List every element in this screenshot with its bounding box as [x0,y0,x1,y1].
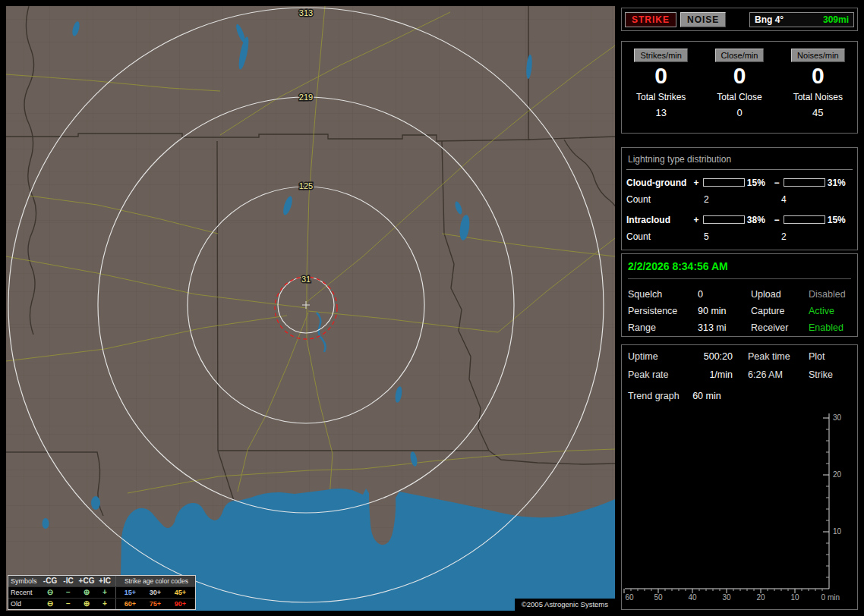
age-code-15: 15+ [118,589,143,596]
legend-col-neg-cg: -CG [41,577,59,585]
range-value: 313 mi [698,322,751,333]
cg-negative-percent: 31% [828,178,853,188]
legend-divider [115,576,116,586]
trend-graph-label: Trend graph [628,391,680,401]
legend-divider [115,587,116,598]
range-label: Range [628,322,698,333]
peak-time-label: Peak time [743,351,809,362]
copyright-notice: ©2005 Astrogenic Systems [515,599,615,611]
system-status-panel: 2/2/2026 8:34:56 AM Squelch 0 Upload Dis… [621,253,858,337]
cg-negative-bar [784,178,825,187]
strike-mode-button[interactable]: STRIKE [625,12,676,27]
legend-old-label: Old [8,600,41,608]
neg-cg-old-icon: ⊖ [41,600,59,608]
range-label-219: 219 [299,93,313,102]
peak-rate-value: 1/min [690,369,743,380]
lightning-distribution-panel: Lightning type distribution Cloud-ground… [621,147,858,250]
close-column: Close/min 0 Total Close 0 [700,48,778,118]
y-tick-30: 30 [833,413,842,422]
persistence-value: 90 min [698,306,751,316]
close-per-min-value: 0 [700,64,778,88]
upload-label: Upload [751,289,809,300]
peak-rate-label: Peak rate [628,369,690,380]
cg-positive-count: 2 [698,194,775,205]
x-major-ticks [624,589,795,593]
age-code-45: 45+ [168,589,193,596]
distance-readout: 309mi [823,14,849,25]
cg-positive-percent: 15% [747,178,772,188]
minus-sign: − [772,178,781,188]
plot-type-value: Strike [809,369,851,380]
noises-per-min-button[interactable]: Noises/min [791,49,844,62]
y-minor-ticks [826,429,829,577]
capture-status: Active [809,306,851,316]
intracloud-count-row: Count 5 2 [626,231,853,242]
legend-symbols-label: Symbols [8,577,41,585]
persistence-label: Persistence [628,306,698,316]
total-strikes-label: Total Strikes [622,92,700,102]
legend-divider [115,599,116,609]
receiver-label: Receiver [751,322,809,333]
trend-panel: Uptime 500:20 Peak time Plot Peak rate 1… [621,344,858,610]
upload-status: Disabled [809,289,851,300]
squelch-label: Squelch [628,289,698,300]
range-label-31: 31 [301,275,311,284]
age-code-30: 30+ [143,589,168,596]
range-label-313: 313 [299,8,313,17]
graph-axes [625,413,829,589]
uptime-value: 500:20 [690,351,743,362]
total-noises-value: 45 [779,107,857,118]
plot-label: Plot [809,351,851,362]
x-tick-20: 20 [756,593,765,602]
ic-negative-percent: 15% [828,215,853,225]
cg-positive-bar [703,178,745,187]
legend-col-pos-cg: +CG [77,577,96,585]
uptime-label: Uptime [628,351,690,362]
ic-positive-percent: 38% [747,215,772,225]
strikes-column: Strikes/min 0 Total Strikes 13 [622,48,700,118]
trend-window-value: 60 min [692,391,721,401]
total-noises-label: Total Noises [779,92,857,102]
close-per-min-button[interactable]: Close/min [715,49,765,62]
cloud-ground-count-row: Count 2 4 [626,194,853,205]
range-label-125: 125 [299,181,313,190]
radar-map[interactable]: 313 219 125 31 Symbols -CG -IC +CG +IC S… [6,6,615,611]
legend-col-neg-ic: -IC [59,577,77,585]
legend-age-title: Strike age color codes [118,577,195,585]
ic-negative-bar [784,215,825,224]
age-code-75: 75+ [143,600,168,608]
intracloud-label: Intracloud [626,215,692,225]
cloud-ground-row: Cloud-ground + 15% − 31% [626,177,853,188]
x-tick-10: 10 [790,593,799,602]
age-code-90: 90+ [168,600,193,608]
minus-sign: − [772,215,781,225]
count-label: Count [626,231,698,242]
legend-old-row: Old ⊖ − ⊕ + 60+ 75+ 90+ [8,599,195,609]
map-legend: Symbols -CG -IC +CG +IC Strike age color… [8,575,196,610]
age-code-60: 60+ [118,600,143,608]
datetime-readout: 2/2/2026 8:34:56 AM [628,258,851,279]
pos-ic-old-icon: + [96,600,114,608]
trend-graph: 30 20 10 60 50 40 30 20 10 0 min [622,406,857,609]
noises-column: Noises/min 0 Total Noises 45 [779,48,857,118]
plus-sign: + [692,178,701,188]
ic-negative-count: 2 [775,231,853,242]
nexstorm-app: { "map": { "range_labels": ["313", "219"… [0,0,864,616]
legend-recent-label: Recent [8,589,41,596]
mode-bar: STRIKE NOISE Bng 4° 309mi [621,8,858,31]
cloud-ground-label: Cloud-ground [626,178,692,188]
strikes-per-min-button[interactable]: Strikes/min [634,49,687,62]
y-tick-20: 20 [833,470,842,479]
capture-label: Capture [751,306,809,316]
plus-sign: + [692,215,701,225]
cg-negative-count: 4 [775,194,853,205]
legend-header-row: Symbols -CG -IC +CG +IC Strike age color… [8,576,195,587]
neg-ic-recent-icon: − [59,589,77,596]
y-tick-10: 10 [833,527,842,536]
x-tick-50: 50 [654,593,663,602]
noise-mode-button[interactable]: NOISE [680,12,726,27]
strikes-per-min-value: 0 [622,64,700,88]
pos-cg-old-icon: ⊕ [77,600,96,608]
receiver-status: Enabled [809,322,851,333]
x-tick-60: 60 [625,593,634,602]
